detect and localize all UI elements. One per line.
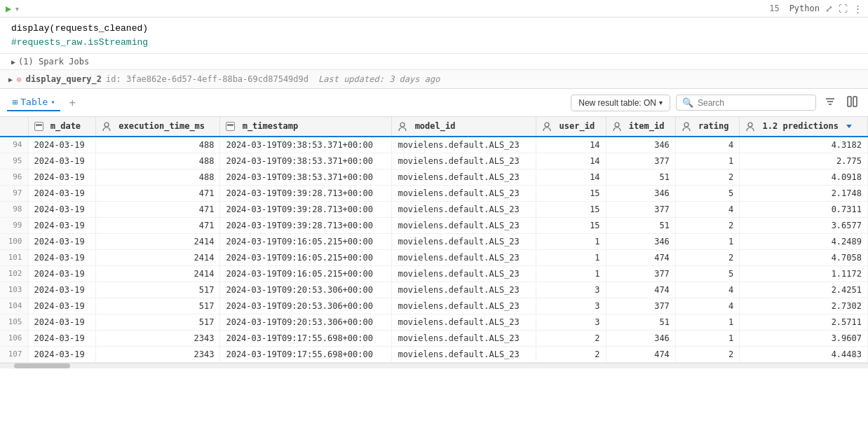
col-header-item-id[interactable]: item_id [606, 117, 675, 137]
cell-user-id: 3 [536, 298, 606, 314]
play-button[interactable]: ▶ [6, 3, 11, 14]
svg-rect-3 [848, 97, 851, 106]
cell-rating: 2 [675, 346, 739, 362]
cell-rating: 1 [675, 233, 739, 249]
query-info-row: ▶ ⊙ display_query_2 id: 3fae862e-6d57-4e… [0, 70, 868, 89]
cell-user-id: 15 [536, 217, 606, 233]
cell-predictions: 2.4251 [740, 282, 868, 298]
cell-m-timestamp: 2024-03-19T09:20:53.306+00:00 [220, 298, 392, 314]
cell-m-timestamp: 2024-03-19T09:39:28.713+00:00 [220, 201, 392, 217]
col-header-rating[interactable]: rating [675, 117, 739, 137]
cell-model-id: movielens.default.ALS_23 [392, 169, 536, 185]
query-info-arrow: ▶ [8, 76, 13, 83]
new-result-label: New result table: ON [578, 98, 656, 108]
columns-icon[interactable] [844, 93, 861, 112]
filter-icon[interactable] [822, 93, 839, 112]
cell-row-num: 106 [0, 330, 28, 346]
cell-m-date: 2024-03-19 [28, 249, 96, 265]
new-result-table-button[interactable]: New result table: ON ▾ [571, 95, 670, 111]
col-header-user-id[interactable]: user_id [536, 117, 606, 137]
cell-execution-time: 488 [96, 137, 220, 153]
cell-execution-time: 517 [96, 314, 220, 330]
cell-rating: 4 [675, 298, 739, 314]
query-id: id: 3fae862e-6d57-4eff-88ba-69cd87549d9d [106, 74, 308, 84]
cell-model-id: movielens.default.ALS_23 [392, 185, 536, 201]
sort-arrow-icon [846, 125, 852, 128]
cell-execution-time: 488 [96, 153, 220, 169]
cell-execution-time: 2343 [96, 330, 220, 346]
top-bar-right: Python ⤢ ⛶ ⋮ [789, 4, 862, 14]
cell-item-id: 346 [606, 185, 675, 201]
cell-row-num: 105 [0, 314, 28, 330]
query-last-updated: Last updated: 3 days ago [318, 74, 440, 84]
horizontal-scrollbar[interactable] [0, 363, 868, 368]
svg-point-10 [748, 123, 752, 127]
col-header-model-id[interactable]: model_id [392, 117, 536, 137]
table-row: 102 2024-03-19 2414 2024-03-19T09:16:05.… [0, 265, 868, 282]
cell-row-num: 103 [0, 282, 28, 298]
cell-m-date: 2024-03-19 [28, 217, 96, 233]
cell-m-timestamp: 2024-03-19T09:16:05.215+00:00 [220, 249, 392, 265]
add-tab-button[interactable]: + [66, 93, 79, 112]
search-input[interactable] [698, 98, 796, 108]
cell-m-date: 2024-03-19 [28, 298, 96, 314]
cell-m-timestamp: 2024-03-19T09:20:53.306+00:00 [220, 282, 392, 298]
table-tab-label: Table [20, 97, 48, 107]
cell-predictions: 4.4483 [740, 346, 868, 362]
col-header-execution-time[interactable]: execution_time_ms [96, 117, 220, 137]
cell-user-id: 15 [536, 185, 606, 201]
cell-rating: 2 [675, 249, 739, 265]
table-row: 104 2024-03-19 517 2024-03-19T09:20:53.3… [0, 298, 868, 314]
svg-point-9 [684, 123, 689, 127]
table-row: 98 2024-03-19 471 2024-03-19T09:39:28.71… [0, 201, 868, 217]
cell-m-date: 2024-03-19 [28, 201, 96, 217]
top-bar-left: ▶ ▾ [6, 3, 759, 14]
cell-model-id: movielens.default.ALS_23 [392, 137, 536, 153]
cell-row-num: 95 [0, 153, 28, 169]
table-icon: ⊞ [13, 97, 18, 107]
search-box[interactable]: 🔍 [676, 95, 816, 111]
cell-predictions: 1.1172 [740, 265, 868, 282]
cell-row-num: 97 [0, 185, 28, 201]
cell-m-date: 2024-03-19 [28, 346, 96, 362]
menu-icon[interactable]: ⋮ [853, 4, 862, 14]
clock-icon: ⊙ [17, 75, 22, 84]
cell-m-date: 2024-03-19 [28, 282, 96, 298]
chevron-down-icon[interactable]: ▾ [14, 4, 20, 14]
cell-rating: 5 [675, 265, 739, 282]
table-row: 96 2024-03-19 488 2024-03-19T09:38:53.37… [0, 169, 868, 185]
cell-predictions: 2.5711 [740, 314, 868, 330]
cell-execution-time: 471 [96, 185, 220, 201]
cell-row-num: 94 [0, 137, 28, 153]
cell-user-id: 1 [536, 265, 606, 282]
col-header-predictions[interactable]: 1.2 predictions [740, 117, 868, 137]
scrollbar-thumb[interactable] [14, 363, 70, 368]
cell-item-id: 377 [606, 201, 675, 217]
person-icon [102, 122, 111, 132]
cell-m-timestamp: 2024-03-19T09:16:05.215+00:00 [220, 233, 392, 249]
col-header-m-date[interactable]: m_date [28, 117, 96, 137]
col-header-row-num [0, 117, 28, 137]
cell-predictions: 2.775 [740, 153, 868, 169]
spark-jobs-row[interactable]: ▶ (1) Spark Jobs [0, 54, 868, 70]
cell-item-id: 51 [606, 217, 675, 233]
cell-model-id: movielens.default.ALS_23 [392, 346, 536, 362]
cell-predictions: 4.2489 [740, 233, 868, 249]
cell-user-id: 14 [536, 169, 606, 185]
cell-item-id: 346 [606, 233, 675, 249]
cell-row-num: 104 [0, 298, 28, 314]
table-tab[interactable]: ⊞ Table ▾ [7, 94, 60, 111]
cell-model-id: movielens.default.ALS_23 [392, 314, 536, 330]
query-name: display_query_2 [26, 74, 102, 84]
cell-execution-time: 517 [96, 282, 220, 298]
cell-m-date: 2024-03-19 [28, 137, 96, 153]
cell-execution-time: 517 [96, 298, 220, 314]
table-row: 103 2024-03-19 517 2024-03-19T09:20:53.3… [0, 282, 868, 298]
fullscreen-icon[interactable]: ⛶ [839, 4, 848, 14]
cell-execution-time: 471 [96, 217, 220, 233]
cell-predictions: 4.0918 [740, 169, 868, 185]
expand-icon[interactable]: ⤢ [825, 4, 833, 14]
col-header-m-timestamp[interactable]: m_timestamp [220, 117, 392, 137]
tab-dropdown-icon[interactable]: ▾ [50, 98, 55, 106]
cell-user-id: 2 [536, 346, 606, 362]
